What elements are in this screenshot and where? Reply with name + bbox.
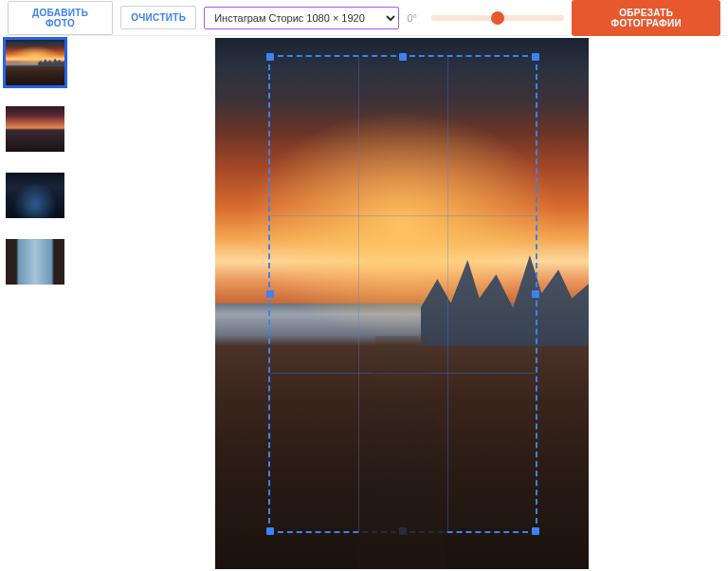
grid-line [447,57,448,531]
thumbnail-2[interactable] [6,106,64,152]
rotation-slider[interactable] [431,11,564,25]
clear-button[interactable]: ОЧИСТИТЬ [120,6,196,29]
crop-handle-top-right[interactable] [532,53,539,61]
grid-line [270,373,536,374]
slider-thumb[interactable] [491,11,504,25]
crop-handle-mid-right[interactable] [532,290,539,298]
crop-handle-top-mid[interactable] [399,53,407,61]
crop-handle-top-left[interactable] [266,53,274,61]
toolbar: ДОБАВИТЬ ФОТО ОЧИСТИТЬ Инстаграм Сторис … [0,0,728,36]
add-photo-button[interactable]: ДОБАВИТЬ ФОТО [8,1,113,35]
crop-photos-button[interactable]: ОБРЕЗАТЬ ФОТОГРАФИИ [572,0,720,36]
crop-rectangle[interactable] [268,55,537,533]
crop-handle-bottom-left[interactable] [266,527,274,535]
rotation-value-label: 0° [407,12,426,24]
canvas-area [76,36,728,571]
thumbnail-4[interactable] [6,239,64,285]
grid-line [270,215,536,216]
thumbnail-list [0,36,76,571]
thumbnail-1[interactable] [6,40,64,85]
crop-preset-select[interactable]: Инстаграм Сторис 1080 × 1920 [204,7,399,29]
thumbnail-3[interactable] [6,173,64,218]
main-image[interactable] [215,38,589,569]
rotation-control: 0° [407,11,564,25]
crop-handle-mid-left[interactable] [266,290,274,298]
crop-handle-bottom-mid[interactable] [399,527,407,535]
grid-line [358,57,359,531]
main-area [0,36,728,571]
crop-handle-bottom-right[interactable] [532,527,539,535]
